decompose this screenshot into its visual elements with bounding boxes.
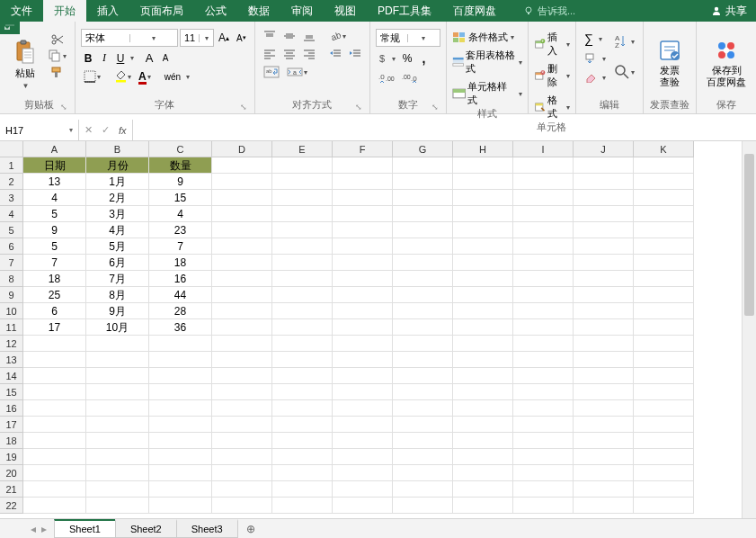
cell[interactable] [212,368,272,384]
cell[interactable]: 数量 [149,157,212,174]
cell[interactable] [634,174,694,190]
cell[interactable] [574,481,634,498]
delete-cells-button[interactable]: ×删除▾ [534,62,570,89]
cell[interactable] [23,433,86,449]
cell[interactable]: 9月 [86,303,149,319]
column-header[interactable]: E [272,141,333,157]
cell[interactable] [149,449,212,465]
cell[interactable]: 10月 [86,319,149,336]
row-header[interactable]: 14 [0,368,23,384]
cell[interactable] [149,336,212,352]
cell[interactable]: 3月 [86,206,149,222]
cell[interactable]: 4月 [86,222,149,238]
cell[interactable] [393,449,453,465]
row-header[interactable]: 15 [0,384,23,400]
cell[interactable]: 1月 [86,174,149,190]
cell[interactable]: 28 [149,303,212,319]
row-header[interactable]: 22 [0,498,23,514]
cell[interactable] [86,368,149,384]
chevron-down-icon[interactable]: ▾ [599,35,602,43]
tab-file[interactable]: 文件 [0,0,43,22]
cell[interactable] [272,400,333,417]
cell[interactable] [149,400,212,417]
cell[interactable] [453,157,513,174]
cell[interactable] [453,417,513,433]
column-header[interactable]: H [453,141,513,157]
cell[interactable] [513,287,574,303]
column-header[interactable]: J [574,141,634,157]
cell[interactable] [149,384,212,400]
cell[interactable] [212,190,272,206]
cell[interactable] [149,433,212,449]
row-header[interactable]: 2 [0,174,23,190]
cells-area[interactable]: 日期月份数量131月942月1553月494月2355月776月18187月16… [23,157,742,518]
cell[interactable] [272,206,333,222]
cell[interactable] [23,336,86,352]
cell[interactable] [513,319,574,336]
cell[interactable] [272,271,333,287]
cell[interactable] [513,303,574,319]
cell[interactable] [574,238,634,255]
cell[interactable] [272,319,333,336]
cell[interactable] [634,352,694,368]
invoice-verify-button[interactable]: 发票 查验 [649,27,690,98]
cell[interactable]: 7 [23,255,86,271]
cell[interactable] [574,498,634,514]
cell[interactable] [574,400,634,417]
cell[interactable]: 7月 [86,271,149,287]
increase-font-button2[interactable]: A [142,50,156,66]
cell[interactable]: 8月 [86,287,149,303]
vertical-scrollbar[interactable] [742,141,756,518]
cell[interactable] [393,255,453,271]
cell[interactable] [149,481,212,498]
cell[interactable] [453,319,513,336]
cell[interactable] [272,498,333,514]
cell[interactable]: 16 [149,271,212,287]
cell[interactable] [23,368,86,384]
cell[interactable] [513,190,574,206]
cell[interactable] [212,303,272,319]
cell[interactable]: 4 [23,190,86,206]
cell[interactable] [212,319,272,336]
cell[interactable] [574,417,634,433]
format-painter-button[interactable] [45,65,69,79]
cell[interactable] [272,255,333,271]
fill-button[interactable] [582,51,600,66]
row-header[interactable]: 17 [0,417,23,433]
percent-format-button[interactable]: % [400,51,415,66]
row-header[interactable]: 7 [0,255,23,271]
cell[interactable] [23,481,86,498]
align-middle-button[interactable] [280,29,298,43]
select-all-corner[interactable] [0,141,23,157]
cell[interactable] [513,255,574,271]
row-header[interactable]: 18 [0,433,23,449]
paste-button[interactable]: 粘贴 ▼ [9,31,41,98]
cell[interactable]: 日期 [23,157,86,174]
cell[interactable] [333,352,393,368]
cell[interactable] [86,417,149,433]
column-header[interactable]: I [513,141,574,157]
accounting-format-button[interactable]: $▾ [376,51,398,66]
cell[interactable] [333,417,393,433]
cell[interactable] [23,400,86,417]
cell[interactable] [513,384,574,400]
row-header[interactable]: 5 [0,222,23,238]
cell[interactable] [393,157,453,174]
cell[interactable] [453,498,513,514]
sheet-tab[interactable]: Sheet3 [176,519,238,538]
phonetic-button[interactable]: wén [162,69,183,84]
cell[interactable] [393,384,453,400]
cell[interactable] [634,190,694,206]
cell[interactable] [574,222,634,238]
add-sheet-button[interactable]: ⊕ [237,519,264,538]
cell[interactable] [272,384,333,400]
cell[interactable] [634,368,694,384]
cell[interactable] [393,400,453,417]
cell[interactable] [453,303,513,319]
cell[interactable] [333,319,393,336]
cell[interactable] [212,352,272,368]
cell[interactable] [333,206,393,222]
conditional-format-button[interactable]: 条件格式▾ [452,31,522,44]
tab-baidu-netdisk[interactable]: 百度网盘 [442,0,507,22]
cell[interactable] [333,303,393,319]
